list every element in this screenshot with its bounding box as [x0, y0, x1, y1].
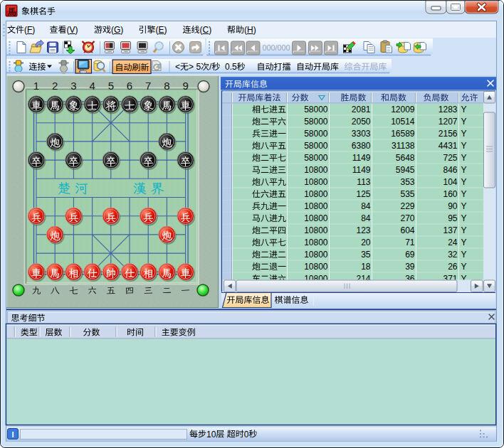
svg-text:6: 6	[127, 80, 132, 92]
svg-text:10800: 10800	[304, 225, 328, 235]
svg-text:1149: 1149	[352, 165, 371, 175]
svg-text:1207: 1207	[439, 117, 458, 127]
svg-text:32: 32	[448, 250, 458, 260]
svg-text:1283: 1283	[439, 105, 458, 114]
svg-text:5945: 5945	[396, 165, 415, 175]
svg-text:160: 160	[443, 189, 457, 199]
svg-text:270: 270	[400, 213, 414, 223]
svg-text:95: 95	[448, 213, 458, 223]
svg-text:16589: 16589	[391, 129, 415, 139]
svg-text:604: 604	[400, 225, 414, 235]
svg-text:229: 229	[400, 201, 414, 211]
svg-text:2050: 2050	[352, 117, 371, 127]
svg-text:725: 725	[443, 153, 457, 163]
svg-text:10800: 10800	[304, 189, 328, 199]
svg-text:9: 9	[182, 80, 188, 92]
svg-text:000/000: 000/000	[263, 43, 290, 52]
svg-text:58000: 58000	[304, 129, 328, 139]
svg-text:20: 20	[361, 238, 371, 247]
svg-text:Y: Y	[461, 105, 467, 114]
svg-text:90: 90	[448, 201, 458, 211]
svg-text:0: 0	[244, 430, 249, 439]
svg-text:39: 39	[405, 262, 415, 272]
svg-text:4: 4	[89, 80, 95, 92]
svg-text:2: 2	[52, 80, 58, 92]
svg-text:123: 123	[356, 225, 370, 235]
svg-text:Y: Y	[461, 213, 467, 223]
svg-text:10800: 10800	[304, 238, 328, 247]
svg-text:<: <	[175, 62, 180, 72]
svg-text:3303: 3303	[352, 129, 371, 139]
svg-text:8: 8	[164, 80, 169, 92]
svg-text:2156: 2156	[439, 129, 458, 139]
svg-text:125: 125	[356, 189, 370, 199]
svg-text:5648: 5648	[396, 153, 415, 163]
svg-text:69: 69	[405, 250, 415, 260]
svg-text:2081: 2081	[352, 105, 371, 114]
svg-text:846: 846	[443, 165, 457, 175]
svg-text:Y: Y	[461, 153, 467, 163]
svg-text:Y: Y	[461, 189, 467, 199]
svg-text:10800: 10800	[304, 165, 328, 175]
svg-text:7: 7	[145, 80, 151, 92]
svg-text:58000: 58000	[304, 117, 328, 127]
svg-text:Y: Y	[461, 225, 467, 235]
svg-text:18: 18	[361, 262, 371, 272]
svg-text:10514: 10514	[391, 117, 415, 127]
svg-text:84: 84	[361, 213, 371, 223]
svg-text:(H): (H)	[244, 25, 256, 35]
svg-text:Y: Y	[461, 165, 467, 175]
svg-text:I: I	[11, 430, 14, 439]
svg-text:10: 10	[206, 430, 216, 439]
svg-text:Y: Y	[461, 262, 467, 272]
svg-text:1: 1	[33, 80, 39, 92]
svg-text:Y: Y	[461, 129, 467, 139]
svg-text:10800: 10800	[304, 213, 328, 223]
svg-text:4431: 4431	[439, 141, 458, 151]
svg-text:(G): (G)	[111, 25, 123, 35]
svg-text:35: 35	[361, 250, 371, 260]
svg-text:353: 353	[400, 177, 414, 187]
svg-text:10800: 10800	[304, 262, 328, 272]
svg-text:(C): (C)	[200, 25, 212, 35]
svg-text:104: 104	[443, 177, 457, 187]
svg-text:Y: Y	[461, 177, 467, 187]
svg-text:(V): (V)	[67, 25, 78, 35]
svg-text:>: >	[189, 62, 194, 72]
svg-text:71: 71	[405, 238, 415, 247]
svg-text:(F): (F)	[24, 25, 35, 35]
svg-text:Y: Y	[461, 201, 467, 211]
svg-text:24: 24	[448, 238, 458, 247]
svg-text:84: 84	[361, 201, 371, 211]
svg-text:Y: Y	[461, 250, 467, 260]
svg-text:10800: 10800	[304, 177, 328, 187]
svg-text:6380: 6380	[352, 141, 371, 151]
svg-text:5: 5	[108, 80, 114, 92]
svg-text:5: 5	[196, 62, 201, 72]
svg-text:58000: 58000	[304, 105, 328, 114]
svg-text:1149: 1149	[352, 153, 371, 163]
svg-text:113: 113	[357, 177, 370, 187]
svg-text:137: 137	[443, 225, 457, 235]
svg-text:Y: Y	[461, 117, 467, 127]
svg-text:10800: 10800	[304, 250, 328, 260]
svg-text:0.5: 0.5	[225, 62, 237, 72]
svg-text:Y: Y	[461, 238, 467, 247]
svg-text:Y: Y	[461, 141, 467, 151]
svg-text:12009: 12009	[391, 105, 415, 114]
svg-text:535: 535	[400, 189, 414, 199]
svg-text:58000: 58000	[304, 153, 328, 163]
svg-text:(E): (E)	[156, 25, 167, 35]
svg-text:26: 26	[448, 262, 458, 272]
svg-text:31138: 31138	[392, 141, 415, 151]
svg-text:10800: 10800	[304, 201, 328, 211]
svg-text:58000: 58000	[304, 141, 328, 151]
svg-text:3: 3	[70, 80, 76, 92]
